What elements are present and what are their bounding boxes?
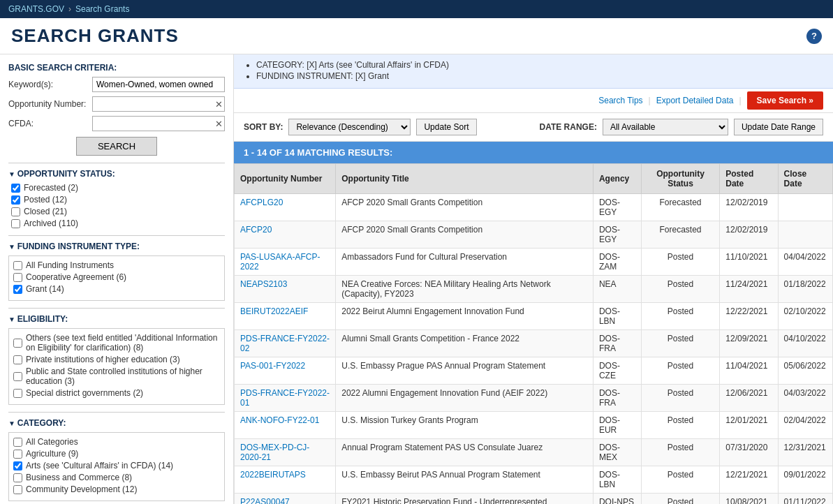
search-button[interactable]: SEARCH <box>76 137 157 156</box>
opportunity-number-link[interactable]: ANK-NOFO-FY22-01 <box>240 415 319 425</box>
active-filter-item: CATEGORY: [X] Arts (see 'Cultural Affair… <box>256 60 823 70</box>
sort-left: SORT BY: Relevance (Descending) Relevanc… <box>244 119 477 135</box>
funding-instrument-title[interactable]: FUNDING INSTRUMENT TYPE: <box>8 242 225 251</box>
cell-status: Posted <box>641 249 720 276</box>
cell-title: U.S. Embassy Beirut PAS Annual Program S… <box>336 466 594 494</box>
opportunity-number-link[interactable]: BEIRUT2022AEIF <box>240 306 308 316</box>
category-box: All Categories Agriculture (9) Arts (see… <box>8 432 225 501</box>
cell-opportunity-number: PDS-FRANCE-FY2022-02 <box>235 330 336 357</box>
cat-all-label: All Categories <box>26 437 78 447</box>
save-search-button[interactable]: Save Search <box>747 91 823 110</box>
cell-title: 2022 Beirut Alumni Engagement Innovation… <box>336 303 594 330</box>
table-row: NEAPS2103 NEA Creative Forces: NEA Milit… <box>235 276 833 303</box>
cfda-clear[interactable]: ✕ <box>215 119 223 129</box>
opportunity-number-link[interactable]: PAS-LUSAKA-AFCP-2022 <box>240 252 320 272</box>
fi-cooperative-checkbox[interactable] <box>13 273 22 282</box>
opportunity-number-clear[interactable]: ✕ <box>215 99 223 110</box>
top-nav: GRANTS.GOV › Search Grants <box>0 0 833 18</box>
opportunity-number-field-wrap: ✕ <box>92 96 225 112</box>
opportunity-number-link[interactable]: DOS-MEX-PD-CJ-2020-21 <box>240 443 309 462</box>
opportunity-number-link[interactable]: NEAPS2103 <box>240 279 287 289</box>
status-forecasted-label: Forecasted (2) <box>24 183 78 193</box>
status-archived-label: Archived (110) <box>24 218 78 228</box>
update-date-range-button[interactable]: Update Date Range <box>734 119 823 135</box>
cell-posted: 12/22/2021 <box>720 303 778 330</box>
cat-community-checkbox[interactable] <box>13 485 22 494</box>
fi-grant-label: Grant (14) <box>26 284 64 294</box>
opportunity-number-link[interactable]: AFCPLG20 <box>240 198 283 207</box>
cell-status: Posted <box>641 385 720 412</box>
category-title[interactable]: CATEGORY: <box>8 418 225 428</box>
fi-all-checkbox[interactable] <box>13 261 22 270</box>
cfda-input[interactable] <box>92 116 225 131</box>
status-posted-checkbox[interactable] <box>11 195 20 205</box>
opportunity-status-title[interactable]: OPPORTUNITY STATUS: <box>8 169 225 179</box>
eligibility-title[interactable]: ELIGIBILITY: <box>8 314 225 324</box>
sort-select[interactable]: Relevance (Descending) Relevance (Ascend… <box>288 119 411 135</box>
action-sep-2: | <box>739 96 741 105</box>
left-panel: BASIC SEARCH CRITERIA: Keyword(s): Oppor… <box>0 54 234 504</box>
nav-home-link[interactable]: GRANTS.GOV <box>8 4 64 14</box>
export-link[interactable]: Export Detailed Data <box>656 96 734 105</box>
elig-special-label: Special district governments (2) <box>26 388 143 398</box>
elig-others-label: Others (see text field entitled 'Additio… <box>26 333 220 353</box>
cell-agency: DOS-MEX <box>593 439 641 466</box>
fi-all-label: All Funding Instruments <box>26 260 114 270</box>
table-row: PAS-001-FY2022 U.S. Embassy Prague PAS A… <box>235 357 833 385</box>
elig-public-checkbox[interactable] <box>13 372 22 381</box>
opportunity-number-link[interactable]: PDS-FRANCE-FY2022-01 <box>240 388 330 408</box>
opportunity-status-checkboxes: Forecasted (2) Posted (12) Closed (21) A… <box>8 183 225 228</box>
opportunity-number-link[interactable]: 2022BEIRUTAPS <box>240 470 306 480</box>
help-icon[interactable]: ? <box>806 29 822 44</box>
cat-all-checkbox[interactable] <box>13 438 22 447</box>
cell-title: AFCP 2020 Small Grants Competition <box>336 221 594 249</box>
cell-close: 04/03/2022 <box>778 385 832 412</box>
cell-close: 02/04/2022 <box>778 412 832 439</box>
table-row: BEIRUT2022AEIF 2022 Beirut Alumni Engage… <box>235 303 833 330</box>
keyword-input[interactable] <box>92 77 225 92</box>
cell-status: Posted <box>641 494 720 505</box>
opportunity-status-section: OPPORTUNITY STATUS: Forecasted (2) Poste… <box>8 163 225 228</box>
cat-business-label: Business and Commerce (8) <box>26 473 132 482</box>
status-forecasted-checkbox[interactable] <box>11 184 20 193</box>
cat-agriculture: Agriculture (9) <box>13 449 220 459</box>
status-posted-label: Posted (12) <box>24 195 67 205</box>
funding-instrument-section: FUNDING INSTRUMENT TYPE: All Funding Ins… <box>8 235 225 301</box>
search-tips-link[interactable]: Search Tips <box>598 96 642 105</box>
cat-agriculture-checkbox[interactable] <box>13 450 22 459</box>
opportunity-number-input[interactable] <box>92 96 225 112</box>
status-archived-checkbox[interactable] <box>11 219 20 228</box>
cat-all: All Categories <box>13 437 220 447</box>
status-closed-checkbox[interactable] <box>11 207 20 216</box>
nav-current-link[interactable]: Search Grants <box>75 4 129 14</box>
opportunity-number-link[interactable]: AFCP20 <box>240 225 272 235</box>
fi-all: All Funding Instruments <box>13 260 220 270</box>
table-row: P22AS00047 FY2021 Historic Preservation … <box>235 494 833 505</box>
update-sort-button[interactable]: Update Sort <box>416 119 476 135</box>
elig-private-checkbox[interactable] <box>13 355 22 364</box>
cell-close <box>778 194 832 221</box>
cell-close: 04/10/2022 <box>778 330 832 357</box>
elig-others-checkbox[interactable] <box>13 339 22 348</box>
fi-grant-checkbox[interactable] <box>13 285 22 294</box>
cell-status: Posted <box>641 330 720 357</box>
opportunity-number-link[interactable]: PDS-FRANCE-FY2022-02 <box>240 334 330 353</box>
elig-special-checkbox[interactable] <box>13 389 22 398</box>
cat-arts: Arts (see 'Cultural Affairs' in CFDA) (1… <box>13 461 220 470</box>
cat-arts-checkbox[interactable] <box>13 461 22 470</box>
cat-business-checkbox[interactable] <box>13 473 22 482</box>
results-header: 1 - 14 OF 14 MATCHING RESULTS: <box>234 142 833 163</box>
status-closed-label: Closed (21) <box>24 207 67 216</box>
page-title: SEARCH GRANTS <box>11 25 179 47</box>
opportunity-number-link[interactable]: P22AS00047 <box>240 497 290 504</box>
opportunity-number-link[interactable]: PAS-001-FY2022 <box>240 361 305 371</box>
date-range-select[interactable]: All Available <box>603 119 728 135</box>
cell-posted: 12/02/2019 <box>720 221 778 249</box>
cell-close: 12/31/2021 <box>778 439 832 466</box>
cell-agency: DOS-EGY <box>593 194 641 221</box>
cell-posted: 07/31/2020 <box>720 439 778 466</box>
cell-agency: DOS-FRA <box>593 330 641 357</box>
active-filters: CATEGORY: [X] Arts (see 'Cultural Affair… <box>234 54 833 89</box>
cell-close: 05/06/2022 <box>778 357 832 385</box>
date-range-label: DATE RANGE: <box>539 122 596 132</box>
